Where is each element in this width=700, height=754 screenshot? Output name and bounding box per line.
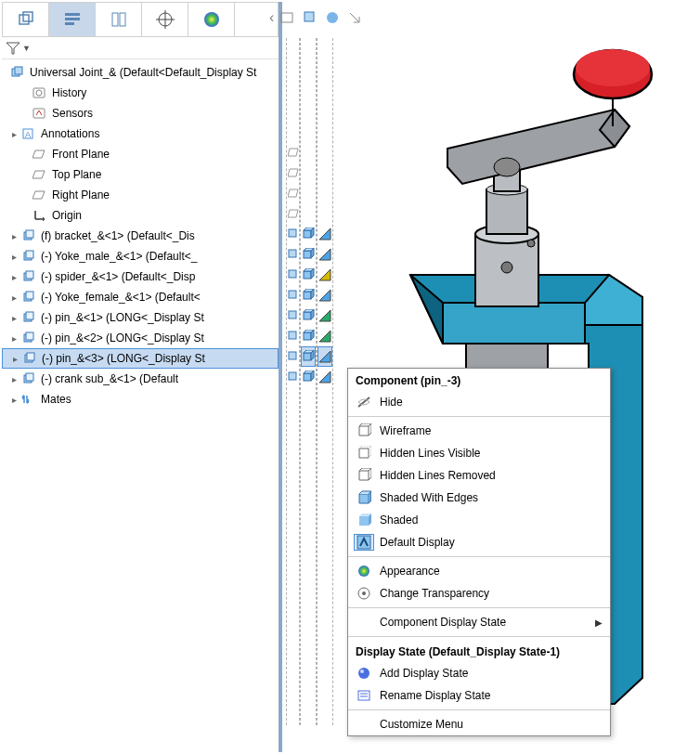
display-plane-cell[interactable] [287,224,299,244]
menu-shaded-with-edges[interactable]: Shaded With Edges [348,487,610,509]
tree-sensors[interactable]: Sensors [2,103,279,124]
display-plane-cell[interactable] [287,244,299,265]
expand-arrow[interactable]: ▸ [9,292,19,303]
display-plane-cell[interactable] [287,346,299,367]
refmate-icon[interactable] [279,9,296,26]
svg-rect-49 [304,312,311,319]
palette-icon [201,9,222,30]
expand-arrow[interactable]: ▸ [9,129,19,139]
svg-rect-36 [26,373,33,381]
appearance-swatch-cell[interactable] [318,346,332,367]
menu-hidden-lines-visible[interactable]: Hidden Lines Visible [348,442,610,464]
expand-arrow[interactable]: ▸ [9,333,19,344]
tree-history[interactable]: History [2,83,279,103]
svg-point-80 [362,592,366,595]
tree-component[interactable]: ▸ (-) pin_&<3> (LONG<_Display St [2,348,279,369]
tree-component[interactable]: ▸ (-) pin_&<1> (LONG<_Display St [2,307,279,328]
display-mode-cell[interactable] [301,346,316,367]
def-icon [354,534,374,551]
display-plane-cell[interactable] [287,306,299,326]
assembly-root-icon [9,66,26,79]
display-plane-cell[interactable] [287,285,299,306]
plane-icon [32,168,48,181]
expand-arrow[interactable]: ▸ [9,313,19,323]
appearance-swatch-cell[interactable] [318,265,332,285]
display-mode-cell[interactable] [301,367,316,387]
isolate-icon[interactable] [302,9,318,26]
appearance-swatch-cell[interactable] [318,326,332,346]
tree-component[interactable]: ▸ (-) Yoke_male_&<1> (Default<_ [2,246,279,266]
expand-arrow[interactable]: ▸ [9,272,19,282]
menu-change-transparency[interactable]: Change Transparency [348,582,610,604]
tree-origin[interactable]: Origin [2,205,279,226]
tree-component[interactable]: ▸ (-) spider_&<1> (Default<_Disp [2,266,279,287]
svg-point-15 [36,90,42,96]
expand-arrow[interactable]: ▸ [10,354,19,364]
display-mode-cell[interactable] [301,285,316,306]
arrow-icon[interactable] [346,9,363,26]
tree-plane-right[interactable]: Right Plane [2,185,279,205]
display-mode-cell[interactable] [301,244,316,265]
expand-arrow[interactable]: ▸ [9,395,19,405]
menu-rename-display-state[interactable]: Rename Display State [348,684,610,707]
back-icon[interactable]: ‹ [269,9,274,26]
appearance-swatch-cell[interactable] [318,224,332,244]
svg-marker-54 [319,249,331,260]
tab-appearance[interactable] [188,3,235,36]
panel-toolbar [2,2,279,37]
menu-default-display[interactable]: Default Display [348,531,610,553]
ren-icon [354,688,374,703]
svg-point-10 [204,12,219,27]
menu-hide[interactable]: Hide [348,391,610,413]
menu-hidden-lines-removed[interactable]: Hidden Lines Removed [348,464,610,487]
appearance-swatch-cell[interactable] [318,367,332,387]
display-plane-cell[interactable] [287,326,299,346]
expand-arrow[interactable]: ▸ [9,231,19,241]
display-plane-cell[interactable] [287,183,299,203]
mates-icon [20,393,37,406]
tree-component[interactable]: ▸ (-) Yoke_female_&<1> (Default< [2,287,279,307]
tree-component[interactable]: ▸ (-) crank sub_&<1> (Default [2,369,279,389]
expand-arrow[interactable]: ▸ [9,252,19,262]
tree-root[interactable]: Universal Joint_& (Default<Default_Displ… [2,62,279,83]
menu-wireframe[interactable]: Wireframe [348,420,610,442]
display-mode-cell[interactable] [301,306,316,326]
tab-assembly[interactable] [3,3,49,36]
tree-component[interactable]: ▸ (-) pin_&<2> (LONG<_Display St [2,328,279,348]
display-plane-cell[interactable] [287,142,299,162]
display-column-2 [300,38,317,725]
sphere-icon[interactable] [324,9,341,26]
display-mode-cell[interactable] [301,224,316,244]
svg-point-78 [358,566,369,577]
display-plane-cell[interactable] [287,203,299,224]
display-plane-cell[interactable] [287,265,299,285]
tab-config[interactable] [49,3,96,36]
tree-plane-top[interactable]: Top Plane [2,164,279,185]
tab-crosshair[interactable] [142,3,188,36]
tree-mates[interactable]: ▸ Mates [2,389,279,410]
svg-marker-60 [319,371,331,383]
display-mode-cell[interactable] [301,265,316,285]
svg-point-76 [527,240,535,247]
appearance-swatch-cell[interactable] [318,285,332,306]
expand-arrow[interactable]: ▸ [9,374,19,384]
display-mode-cell[interactable] [301,326,316,346]
menu-component-display-state[interactable]: Component Display State ▶ [348,611,610,633]
appearance-swatch-cell[interactable] [318,306,332,326]
svg-rect-46 [304,251,311,258]
tree-plane-front[interactable]: Front Plane [2,144,279,164]
display-plane-cell[interactable] [287,162,299,183]
svg-rect-3 [65,18,80,20]
appearance-swatch-cell[interactable] [318,244,332,265]
tab-display[interactable] [96,3,142,36]
part-icon [21,352,38,365]
filter-bar[interactable]: ▼ [2,37,279,59]
display-plane-cell[interactable] [287,367,299,387]
menu-add-display-state[interactable]: Add Display State [348,662,610,684]
filter-dropdown-arrow[interactable]: ▼ [22,44,31,53]
menu-appearance[interactable]: Appearance [348,560,610,582]
menu-customize[interactable]: Customize Menu [348,713,610,735]
tree-component[interactable]: ▸ (f) bracket_&<1> (Default<_Dis [2,226,279,246]
tree-annotations[interactable]: ▸ A Annotations [2,124,279,144]
menu-shaded[interactable]: Shaded [348,509,610,531]
